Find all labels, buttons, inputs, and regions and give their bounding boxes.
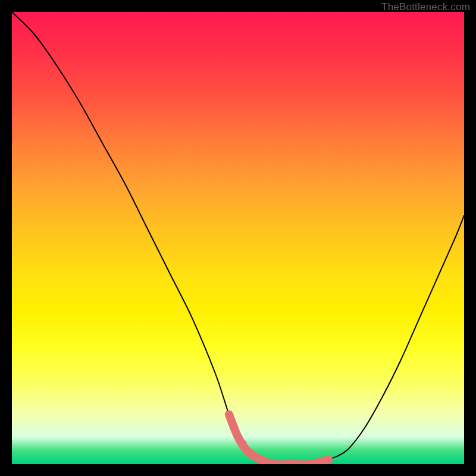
watermark-text: TheBottleneck.com: [381, 1, 470, 13]
svg-point-1: [239, 440, 247, 448]
svg-point-0: [229, 421, 237, 430]
chart-plot-area: [12, 12, 464, 464]
bottleneck-curve: [12, 12, 464, 464]
